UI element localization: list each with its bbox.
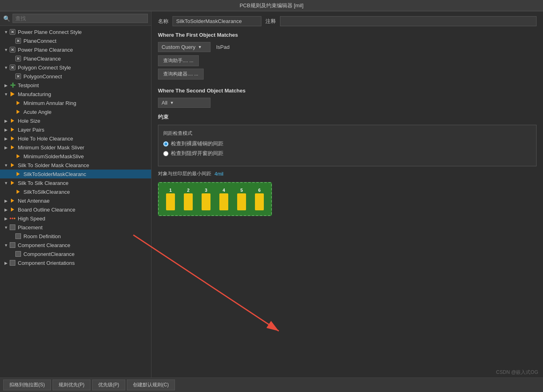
tree-item-component-clearance-item[interactable]: ComponentClearance [0,249,151,258]
tree-item-placement[interactable]: ▼ Placement [0,223,151,232]
tree-label: Board Outline Clearance [18,207,75,213]
arrow-icon [9,144,16,151]
arrow-icon [15,108,22,115]
tree-item-manufacturing[interactable]: ▼ Manufacturing [0,90,151,99]
pad-1: 1 [166,188,175,210]
tree-item-polygon-connect[interactable]: PolygonConnect [0,72,151,81]
tree-item-component-orientations[interactable]: ▶ Component Orientations [0,258,151,267]
arrow-icon [9,206,16,213]
pad-rect-2 [184,193,193,210]
tree-item-min-solder-mask-slive-item[interactable]: MinimumSolderMaskSlive [0,152,151,161]
pad-number-2: 2 [187,188,189,193]
radio-label-2: 检查到阻焊开窗的间距 [171,150,223,157]
tree-item-board-outline-clearance[interactable]: ▶ Board Outline Clearance [0,205,151,214]
tree-label: Manufacturing [18,91,51,97]
pad-number-6: 6 [258,188,261,193]
all-dropdown[interactable]: All ▼ [158,98,210,108]
tree-item-plane-connect[interactable]: PlaneConnect [0,36,151,45]
tree-item-room-definition[interactable]: Room Definition [0,232,151,241]
tree-item-silk-to-silk-item[interactable]: SilkToSilkClearance [0,187,151,196]
tree-item-silk-to-solder-mask[interactable]: ▼ Silk To Solder Mask Clearance [0,161,151,170]
tree-item-silk-to-silk[interactable]: ▼ Silk To Silk Clearance [0,178,151,187]
arrow-icon [9,117,16,124]
placement-icon [15,233,22,240]
btn-create-default-rule[interactable]: 创建默认规则(C) [127,379,175,390]
name-input[interactable] [173,16,261,26]
tree-label: Testpoint [18,82,39,88]
name-label: 名称 [158,18,168,25]
placement-icon [9,241,16,249]
btn-priority[interactable]: 优先级(P) [92,379,125,390]
x-icon [15,37,22,44]
chevron-down-icon: ▼ [170,101,174,105]
query-helper-btn[interactable]: 查询助手.... ... [158,55,199,66]
custom-query-dropdown[interactable]: Custom Query ▼ [158,42,210,52]
tree-item-power-plane-connect-style[interactable]: ▼ Power Plane Connect Style [0,27,151,36]
name-row: 名称 注释 [158,16,537,26]
tree-item-silk-to-solder-mask-item[interactable]: SilkToSolderMaskClearanc [0,170,151,178]
arrow-icon [9,179,16,187]
radio-input-2[interactable] [163,151,168,156]
tree-item-min-solder-mask-sliver[interactable]: ▶ Minimum Solder Mask Sliver [0,143,151,152]
dropdown-label: Custom Query [162,44,196,50]
search-input[interactable] [13,14,148,23]
tree-item-component-clearance[interactable]: ▼ Component Clearance [0,241,151,249]
where-first-section: Where The First Object Matches Custom Qu… [158,32,537,82]
tree-label: MinimumSolderMaskSlive [23,153,84,159]
tree-label: Minimum Solder Mask Sliver [18,145,84,151]
arrow-icon [9,90,16,98]
arrow-icon [9,135,16,142]
radio-item-1[interactable]: 检查到裸露铺铜的间距 [163,140,531,147]
plus-icon: ✛ [9,82,16,89]
tree-label: Minimum Annular Ring [23,100,76,106]
query-builder-btn[interactable]: 查询构建器.... ... [158,69,204,80]
arrow-icon [15,153,22,160]
min-spacing-label: 对象与丝印层的最小间距 [158,170,211,177]
placement-icon [9,259,16,266]
pad-3: 3 [202,188,210,210]
pcb-visual-container: 1 2 3 4 [158,182,272,216]
tree-item-testpoint[interactable]: ▶ ✛ Testpoint [0,81,151,90]
tree-label: PolygonConnect [23,73,62,80]
dropdown-label: All [162,100,167,106]
pad-rect-6 [255,193,264,210]
x-icon [9,28,16,36]
title-text: PCB规则及约束编辑器 [mil] [240,2,303,9]
pcb-visual: 1 2 3 4 [158,182,272,216]
tree-label: Component Clearance [18,242,70,248]
pad-rect-3 [202,193,210,210]
tree-item-polygon-connect-style[interactable]: ▼ Polygon Connect Style [0,63,151,72]
query-text: IsPad [214,42,232,52]
arrow-icon [9,197,16,204]
radio-input-1[interactable] [163,141,168,147]
arrow-icon: ▼ [3,30,9,34]
tree-item-high-speed[interactable]: ▶ High Speed [0,214,151,223]
tree-label: Power Plane Connect Style [18,29,82,35]
tree-item-hole-size[interactable]: ▶ Hole Size [0,116,151,125]
btn-rule-priority[interactable]: 规则优先(P) [53,379,90,390]
comment-input[interactable] [280,16,537,26]
tree-item-net-antennae[interactable]: ▶ Net Antennae [0,196,151,205]
placement-icon [9,224,16,231]
tree-item-power-plane-clearance[interactable]: ▼ Power Plane Clearance [0,45,151,54]
placement-icon [15,250,22,258]
where-second-title: Where The Second Object Matches [158,88,537,94]
where-second-section: Where The Second Object Matches All ▼ [158,88,537,108]
comment-label: 注释 [265,18,276,25]
radio-item-2[interactable]: 检查到阻焊开窗的间距 [163,150,531,157]
tree-item-minimum-annular-ring[interactable]: Minimum Annular Ring [0,99,151,107]
title-bar: PCB规则及约束编辑器 [mil] [0,0,543,11]
tree-item-hole-to-hole-clearance[interactable]: ▶ Hole To Hole Clearance [0,134,151,143]
tree-item-acute-angle[interactable]: Acute Angle [0,107,151,116]
pad-number-3: 3 [205,188,207,193]
tree-label: Silk To Silk Clearance [18,180,68,186]
tree-item-layer-pairs[interactable]: ▶ Layer Pairs [0,125,151,134]
tree-label: Component Orientations [18,260,75,266]
pad-4: 4 [219,188,228,210]
x-icon [15,55,22,62]
btn-fit-to-board[interactable]: 拟格到拖拉图(S) [3,379,51,390]
tree-item-plane-clearance[interactable]: PlaneClearance [0,54,151,63]
x-icon [9,46,16,53]
arrow-icon [15,99,22,107]
left-panel: 🔍 ▼ Power Plane Connect Style PlaneCon [0,11,152,377]
